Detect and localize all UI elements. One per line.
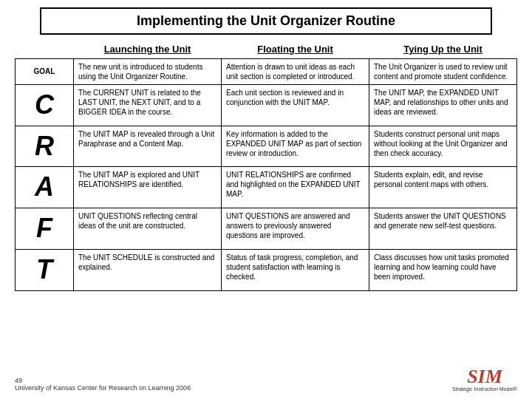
col-float-cell: UNIT RELATIONSHIPS are confirmed and hig…: [222, 167, 369, 208]
col-launch-cell: The new unit is introduced to students u…: [74, 58, 222, 84]
letter-cell: R: [16, 126, 74, 167]
col-launch-cell: The UNIT MAP is revealed through a Unit …: [74, 126, 222, 167]
table-row: AThe UNIT MAP is explored and UNIT RELAT…: [16, 167, 517, 208]
main-title: Implementing the Unit Organizer Routine: [40, 7, 492, 35]
sim-logo: SIM Strategic Instruction Model®: [452, 367, 517, 392]
col-float-cell: UNIT QUESTIONS are answered and answers …: [222, 208, 369, 250]
table-row: FUNIT QUESTIONS reflecting central ideas…: [16, 208, 517, 250]
header-launch: Launching the Unit: [74, 41, 222, 58]
main-table: Launching the Unit Floating the Unit Tyi…: [15, 41, 517, 291]
page-number: 49: [15, 377, 191, 384]
table-wrapper: Launching the Unit Floating the Unit Tyi…: [15, 41, 517, 363]
logo-text: SIM: [467, 367, 502, 386]
col-launch-cell: The UNIT MAP is explored and UNIT RELATI…: [74, 167, 222, 208]
letter-cell: C: [16, 84, 74, 126]
col-float-cell: Each unit section is reviewed and in con…: [222, 84, 369, 126]
letter-cell: A: [16, 167, 74, 208]
goal-cell: GOAL: [16, 58, 74, 84]
header-tying: Tying Up the Unit: [369, 41, 517, 58]
footer-left: 49 University of Kansas Center for Resea…: [15, 377, 191, 392]
col-float-cell: Attention is drawn to unit ideas as each…: [222, 58, 369, 84]
letter-cell: T: [16, 250, 74, 291]
col-float-cell: Key information is added to the EXPANDED…: [222, 126, 369, 167]
col-float-cell: Status of task progress, completion, and…: [222, 250, 369, 291]
page: Implementing the Unit Organizer Routine …: [0, 0, 532, 399]
col-launch-cell: The UNIT SCHEDULE is constructed and exp…: [74, 250, 222, 291]
empty-header: [16, 41, 74, 58]
letter-cell: F: [16, 208, 74, 250]
table-row: GOALThe new unit is introduced to studen…: [16, 58, 517, 84]
table-row: CThe CURRENT UNIT is related to the LAST…: [16, 84, 517, 126]
col-tying-cell: The Unit Organizer is used to review uni…: [369, 58, 517, 84]
col-launch-cell: The CURRENT UNIT is related to the LAST …: [74, 84, 222, 126]
table-row: TThe UNIT SCHEDULE is constructed and ex…: [16, 250, 517, 291]
col-tying-cell: Students explain, edit, and revise perso…: [369, 167, 517, 208]
table-row: RThe UNIT MAP is revealed through a Unit…: [16, 126, 517, 167]
footer: 49 University of Kansas Center for Resea…: [15, 367, 517, 392]
col-launch-cell: UNIT QUESTIONS reflecting central ideas …: [74, 208, 222, 250]
col-tying-cell: The UNIT MAP, the EXPANDED UNIT MAP, and…: [369, 84, 517, 126]
col-tying-cell: Students construct personal unit maps wi…: [369, 126, 517, 167]
col-tying-cell: Class discusses how unit tasks promoted …: [369, 250, 517, 291]
header-float: Floating the Unit: [222, 41, 369, 58]
logo-sub: Strategic Instruction Model®: [452, 386, 517, 392]
copyright: University of Kansas Center for Research…: [15, 384, 191, 392]
col-tying-cell: Students answer the UNIT QUESTIONS and g…: [369, 208, 517, 250]
